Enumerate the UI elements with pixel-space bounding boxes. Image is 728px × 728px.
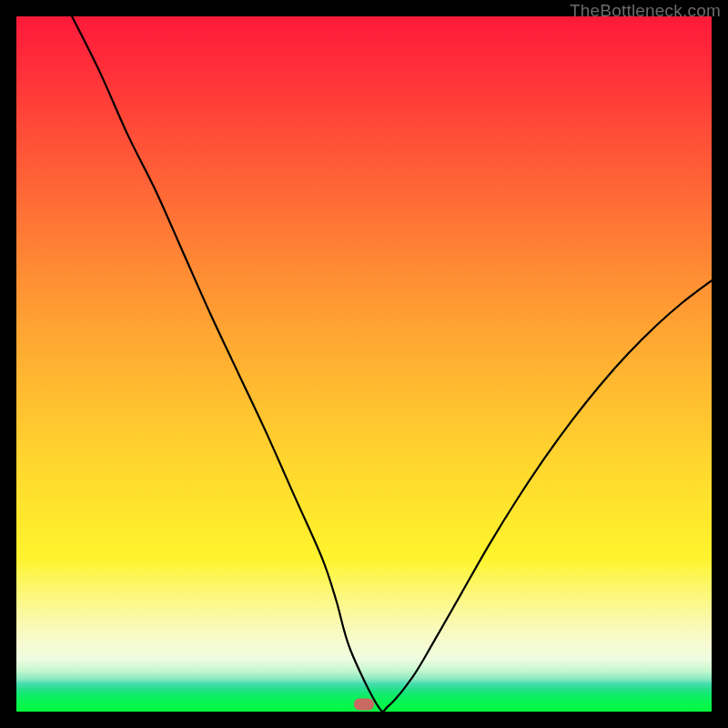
- plot-area: [16, 16, 712, 712]
- optimal-marker: [354, 699, 374, 711]
- chart-stage: TheBottleneck.com: [0, 0, 728, 728]
- bottleneck-curve: [72, 16, 712, 712]
- curve-layer: [16, 16, 712, 712]
